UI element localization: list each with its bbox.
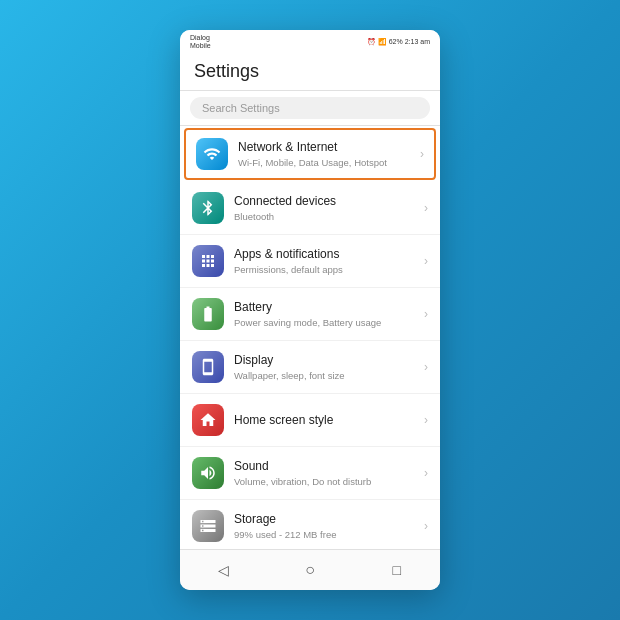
home-nav-icon: ○ xyxy=(305,561,315,579)
battery-text-wrap: Battery Power saving mode, Battery usage xyxy=(234,300,420,329)
settings-list: Network & Internet Wi-Fi, Mobile, Data U… xyxy=(180,126,440,549)
battery-title: Battery xyxy=(234,300,420,316)
settings-item-homescreen[interactable]: Home screen style › xyxy=(180,394,440,447)
sound-subtitle: Volume, vibration, Do not disturb xyxy=(234,476,420,488)
connected-text: Connected devices Bluetooth xyxy=(234,194,420,223)
back-icon: ◁ xyxy=(218,562,229,578)
nav-bar: ◁ ○ □ xyxy=(180,549,440,590)
network-chevron: › xyxy=(420,147,424,161)
carrier-sub: Mobile xyxy=(190,42,211,50)
sound-icon xyxy=(199,464,217,482)
recents-button[interactable]: □ xyxy=(379,560,415,580)
storage-chevron: › xyxy=(424,519,428,533)
network-title: Network & Internet xyxy=(238,140,416,156)
phone-frame: Dialog Mobile ⏰ 📶 62% 2:13 am Settings S… xyxy=(180,30,440,590)
time-display: 2:13 am xyxy=(405,38,430,45)
apps-chevron: › xyxy=(424,254,428,268)
apps-title: Apps & notifications xyxy=(234,247,420,263)
display-icon-wrap xyxy=(192,351,224,383)
signal-icon: 📶 xyxy=(378,38,387,46)
sound-icon-wrap xyxy=(192,457,224,489)
settings-item-sound[interactable]: Sound Volume, vibration, Do not disturb … xyxy=(180,447,440,500)
storage-title: Storage xyxy=(234,512,420,528)
back-button[interactable]: ◁ xyxy=(205,560,241,580)
storage-icon xyxy=(199,517,217,535)
connected-subtitle: Bluetooth xyxy=(234,211,420,223)
search-container[interactable]: Search Settings xyxy=(180,91,440,126)
status-icons: ⏰ 📶 62% 2:13 am xyxy=(367,38,430,46)
display-text: Display Wallpaper, sleep, font size xyxy=(234,353,420,382)
apps-subtitle: Permissions, default apps xyxy=(234,264,420,276)
connected-title: Connected devices xyxy=(234,194,420,210)
battery-subtitle: Power saving mode, Battery usage xyxy=(234,317,420,329)
battery-chevron: › xyxy=(424,307,428,321)
network-icon-wrap xyxy=(196,138,228,170)
display-title: Display xyxy=(234,353,420,369)
homescreen-title: Home screen style xyxy=(234,413,420,429)
page-title-bar: Settings xyxy=(180,51,440,91)
battery-icon-wrap xyxy=(192,298,224,330)
wifi-icon xyxy=(203,145,221,163)
settings-item-network[interactable]: Network & Internet Wi-Fi, Mobile, Data U… xyxy=(184,128,436,180)
display-icon xyxy=(199,358,217,376)
storage-subtitle: 99% used - 212 MB free xyxy=(234,529,420,541)
carrier-name: Dialog xyxy=(190,34,211,42)
apps-icon-wrap xyxy=(192,245,224,277)
settings-item-connected[interactable]: Connected devices Bluetooth › xyxy=(180,182,440,235)
home-icon xyxy=(199,411,217,429)
bluetooth-icon xyxy=(199,199,217,217)
status-bar: Dialog Mobile ⏰ 📶 62% 2:13 am xyxy=(180,30,440,51)
search-bar[interactable]: Search Settings xyxy=(190,97,430,119)
settings-item-apps[interactable]: Apps & notifications Permissions, defaul… xyxy=(180,235,440,288)
apps-icon xyxy=(199,252,217,270)
display-subtitle: Wallpaper, sleep, font size xyxy=(234,370,420,382)
storage-icon-wrap xyxy=(192,510,224,542)
settings-item-display[interactable]: Display Wallpaper, sleep, font size › xyxy=(180,341,440,394)
settings-item-battery[interactable]: Battery Power saving mode, Battery usage… xyxy=(180,288,440,341)
battery-icon xyxy=(199,305,217,323)
carrier-info: Dialog Mobile xyxy=(190,34,211,49)
sound-title: Sound xyxy=(234,459,420,475)
battery-text: 62% xyxy=(389,38,403,45)
apps-text: Apps & notifications Permissions, defaul… xyxy=(234,247,420,276)
network-subtitle: Wi-Fi, Mobile, Data Usage, Hotspot xyxy=(238,157,416,169)
home-icon-wrap xyxy=(192,404,224,436)
homescreen-chevron: › xyxy=(424,413,428,427)
alarm-icon: ⏰ xyxy=(367,38,376,46)
page-title: Settings xyxy=(194,61,426,82)
network-text: Network & Internet Wi-Fi, Mobile, Data U… xyxy=(238,140,416,169)
settings-item-storage[interactable]: Storage 99% used - 212 MB free › xyxy=(180,500,440,549)
connected-chevron: › xyxy=(424,201,428,215)
connected-icon-wrap xyxy=(192,192,224,224)
recents-icon: □ xyxy=(392,562,400,578)
home-button[interactable]: ○ xyxy=(292,560,328,580)
sound-text: Sound Volume, vibration, Do not disturb xyxy=(234,459,420,488)
homescreen-text: Home screen style xyxy=(234,413,420,429)
search-placeholder: Search Settings xyxy=(202,102,280,114)
storage-text: Storage 99% used - 212 MB free xyxy=(234,512,420,541)
display-chevron: › xyxy=(424,360,428,374)
sound-chevron: › xyxy=(424,466,428,480)
